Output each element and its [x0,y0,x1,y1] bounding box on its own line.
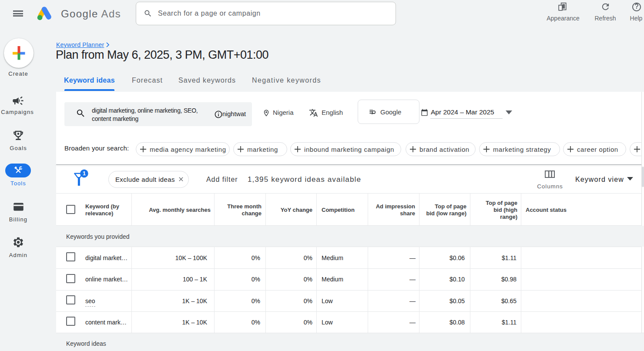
svg-text:1: 1 [83,170,86,177]
